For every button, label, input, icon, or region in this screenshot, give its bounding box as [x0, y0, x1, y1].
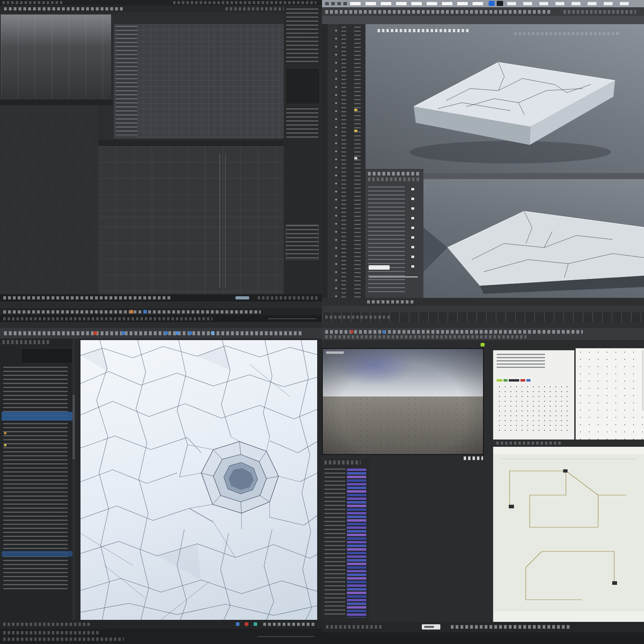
status-bar-1[interactable] [0, 620, 322, 629]
wall-edge-line [219, 153, 220, 288]
status-bar-2[interactable] [0, 301, 322, 308]
terrain-plane-render [423, 179, 644, 298]
blue-tool-icon[interactable] [175, 331, 179, 335]
blue-tool-icon[interactable] [382, 330, 386, 333]
checkbox-column[interactable] [411, 188, 414, 268]
outliner-header-icons [2, 340, 51, 344]
grid-panel-header[interactable] [114, 19, 284, 24]
attribute-header-icons [368, 172, 420, 175]
menu-status-blur [173, 1, 316, 4]
layer-tool-column[interactable] [338, 24, 365, 301]
reference-viewport[interactable] [1, 14, 111, 99]
toolbar-icons [325, 10, 551, 14]
outliner-preview-block[interactable] [21, 348, 72, 363]
teal-tool-icon[interactable] [254, 622, 257, 626]
outliner-panel[interactable] [0, 339, 75, 626]
render-viewport[interactable] [322, 348, 484, 455]
schematic-panel[interactable] [493, 447, 644, 622]
top-toolbar-row-1[interactable] [322, 322, 644, 328]
blue-tool-icon[interactable] [188, 331, 192, 335]
yellow-tool-icon[interactable] [354, 109, 357, 111]
main-viewport[interactable] [99, 146, 297, 294]
viewport-corner-icons[interactable] [464, 456, 483, 460]
channel-header-icons [324, 460, 361, 464]
orange-tool-icon[interactable] [130, 310, 133, 314]
shelf-toolbar[interactable] [0, 5, 322, 12]
dark-app-icon[interactable] [497, 1, 503, 6]
red-tool-icon[interactable] [93, 331, 97, 335]
frame-field[interactable] [422, 624, 440, 630]
channel-value-bars[interactable] [347, 469, 366, 617]
blue-tool-icon[interactable] [143, 310, 147, 314]
glyph-grid-panel[interactable] [576, 348, 644, 442]
status-bar-1[interactable] [0, 294, 322, 301]
icon-toolbar-row-2[interactable] [322, 16, 644, 24]
blue-tool-icon[interactable] [164, 331, 168, 335]
panel-divider-toolbar[interactable] [493, 440, 644, 447]
yellow-tool-icon[interactable] [354, 130, 357, 132]
green-tool-icon[interactable] [481, 343, 485, 347]
status-bar-2[interactable] [322, 632, 644, 644]
blue-app-icon[interactable] [489, 1, 495, 6]
side-panel-column[interactable] [284, 5, 321, 294]
outliner-scrollbar[interactable] [72, 339, 75, 626]
status-icons [3, 296, 172, 299]
outliner-rows[interactable] [3, 367, 68, 592]
panel-scrollbar[interactable] [642, 350, 644, 411]
white-tool-icon[interactable] [354, 157, 357, 159]
selected-row-highlight[interactable] [2, 412, 72, 421]
tool-sidebar[interactable] [328, 24, 338, 301]
red-chip [520, 379, 525, 382]
os-menu-bar[interactable] [322, 0, 644, 7]
perspective-viewport[interactable] [365, 24, 644, 173]
top-toolbar-row-2[interactable] [0, 328, 322, 339]
toolbar-icons [4, 331, 302, 335]
attribute-panel[interactable] [365, 169, 423, 301]
secondary-viewport[interactable] [423, 179, 644, 298]
quadrant-top-left [0, 0, 322, 322]
value-input-field[interactable] [369, 265, 390, 270]
top-toolbar-row-2[interactable] [322, 328, 644, 340]
timeline-bar[interactable] [0, 315, 322, 322]
blue-tool-icon[interactable] [236, 622, 239, 626]
top-toolbar-row-1[interactable] [0, 322, 322, 328]
menu-bar[interactable] [0, 0, 322, 5]
toolbar-icons-2 [325, 335, 526, 339]
attribute-header-icons-2 [368, 178, 420, 181]
spreadsheet-grid-panel[interactable] [114, 19, 284, 138]
schematic-footer [493, 610, 644, 622]
status-icons-right [263, 623, 316, 626]
shelf-bar[interactable] [0, 308, 322, 315]
timeline-row-2[interactable] [322, 312, 644, 322]
blue-tool-icon[interactable] [122, 331, 125, 335]
viewport-status-strip[interactable] [322, 298, 644, 306]
empty-workspace-area [0, 105, 98, 295]
terrain-wireframe-svg [80, 340, 317, 620]
yellow-item-icon [4, 444, 6, 446]
wireframe-viewport[interactable] [80, 340, 317, 620]
side-outlined-panel[interactable] [286, 225, 319, 260]
icon-toolbar-row-1[interactable] [322, 7, 644, 16]
viewport-toolbar[interactable] [99, 140, 297, 146]
text-list-panel[interactable] [493, 350, 574, 440]
selected-row-highlight-2[interactable] [2, 551, 72, 557]
mini-toolbar[interactable] [0, 100, 113, 105]
red-tool-icon[interactable] [245, 622, 248, 626]
red-tool-icon[interactable] [350, 330, 353, 333]
color-chip-row [497, 376, 530, 378]
bottom-slider[interactable] [258, 636, 314, 637]
status-bar-1[interactable] [322, 622, 644, 632]
wall-edge-line-2 [225, 153, 226, 288]
viewport-hud-icons-right [514, 32, 619, 35]
timeline-row-1[interactable] [322, 306, 644, 312]
scrollbar-thumb[interactable] [72, 395, 75, 459]
side-dark-panel[interactable] [285, 68, 320, 104]
blue-tool-icon[interactable] [211, 331, 215, 335]
divider-icons [496, 442, 561, 445]
status-bar-2[interactable] [0, 629, 322, 644]
grid-cells[interactable] [137, 24, 284, 138]
timeline-slider[interactable] [268, 318, 316, 319]
window-left-edge [322, 0, 328, 322]
lime-chip [497, 379, 502, 382]
channel-list-panel[interactable] [322, 459, 369, 622]
